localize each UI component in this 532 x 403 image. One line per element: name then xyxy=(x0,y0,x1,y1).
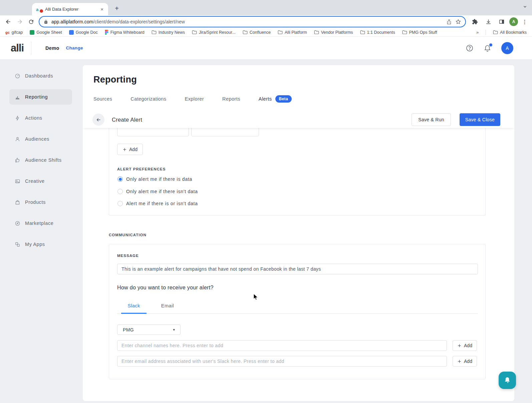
bookmark-item[interactable]: gc gifcap xyxy=(5,30,23,35)
forward-icon[interactable] xyxy=(14,16,25,27)
tab-alerts[interactable]: Alerts Beta xyxy=(259,95,292,103)
divider xyxy=(486,30,486,35)
lightning-icon xyxy=(15,115,20,121)
sidebar-item-actions[interactable]: Actions xyxy=(9,110,72,126)
sidebar-item-marketplace[interactable]: Marketplace xyxy=(9,216,72,231)
side-panel-icon[interactable] xyxy=(496,16,507,27)
slack-workspace-select[interactable]: PMG ▼ xyxy=(117,324,181,335)
thumbs-up-icon xyxy=(15,157,20,163)
radio-option-only-if-data[interactable]: Only alert me if there is data xyxy=(117,176,192,182)
sidebar-item-my-apps[interactable]: My Apps xyxy=(9,237,72,252)
bookmark-item[interactable]: Jira/Sprint Resour... xyxy=(192,30,236,35)
save-and-run-button[interactable]: Save & Run xyxy=(412,113,451,126)
bookmark-item[interactable]: Alli Platform xyxy=(278,30,307,35)
alli-logo[interactable]: alli xyxy=(11,42,24,54)
radio-unselected-icon[interactable] xyxy=(117,189,123,194)
bookmark-item[interactable]: Google Doc xyxy=(69,30,98,35)
bookmark-item[interactable]: Industry News xyxy=(152,30,185,35)
create-alert-subheader: Create Alert Save & Run Save & Close xyxy=(83,111,514,128)
bookmark-star-icon[interactable] xyxy=(455,19,461,25)
app-header: alli Demo Change A xyxy=(0,37,532,59)
divider xyxy=(31,41,31,55)
chat-widget-button[interactable] xyxy=(499,372,516,389)
communication-heading: COMMUNICATION xyxy=(109,233,147,237)
url-text: app.alliplatform.com/client/demo/data-ex… xyxy=(51,19,443,24)
beta-badge: Beta xyxy=(275,95,292,103)
change-client-link[interactable]: Change xyxy=(66,45,83,50)
tab-slack[interactable]: Slack xyxy=(121,300,147,313)
add-email-button[interactable]: Add xyxy=(453,356,477,367)
figma-icon xyxy=(105,30,108,35)
all-bookmarks[interactable]: All Bookmarks xyxy=(493,30,527,35)
radio-option-either[interactable]: Alert me if there is or isn't data xyxy=(117,201,198,206)
bookmark-item[interactable]: Confluence xyxy=(243,30,271,35)
sidebar-item-reporting[interactable]: Reporting xyxy=(9,89,72,105)
radio-unselected-icon[interactable] xyxy=(117,201,123,206)
message-input[interactable] xyxy=(117,264,478,274)
extensions-icon[interactable] xyxy=(469,16,481,27)
folder-icon xyxy=(314,30,319,34)
bookmarks-bar: gc gifcap Google Sheet Google Doc Figma … xyxy=(0,28,532,37)
condition-field-partial[interactable] xyxy=(117,128,189,136)
browser-profile-avatar[interactable]: A xyxy=(509,17,518,26)
new-tab-button[interactable]: + xyxy=(112,4,121,13)
compass-icon xyxy=(15,221,20,226)
shopping-bag-icon xyxy=(15,199,20,205)
gifcap-icon: gc xyxy=(5,30,10,34)
notifications-bell-icon[interactable] xyxy=(484,44,491,52)
sidebar-item-audiences[interactable]: Audiences xyxy=(9,131,72,147)
share-icon[interactable] xyxy=(446,19,452,25)
reporting-header: Reporting Sources Categorizations Explor… xyxy=(83,65,514,128)
bookmark-item[interactable]: 1:1 Documents xyxy=(360,30,395,35)
reload-icon[interactable] xyxy=(25,16,37,27)
radio-selected-icon[interactable] xyxy=(117,176,123,182)
browser-menu-icon[interactable]: ⋮ xyxy=(520,19,529,25)
page-title: Reporting xyxy=(93,75,137,85)
channel-names-input[interactable] xyxy=(117,340,447,351)
lock-icon xyxy=(44,20,48,24)
bookmark-item[interactable]: PMG Ops Stuff xyxy=(402,30,437,35)
sidebar-item-products[interactable]: Products xyxy=(9,194,72,210)
slack-email-input[interactable] xyxy=(117,356,447,367)
image-icon xyxy=(15,178,20,184)
bookmark-item[interactable]: Google Sheet xyxy=(30,30,62,35)
tab-title: Alli Data Explorer xyxy=(45,7,96,12)
bookmark-item[interactable]: Figma Whiteboard xyxy=(105,30,145,35)
url-bar[interactable]: app.alliplatform.com/client/demo/data-ex… xyxy=(39,16,466,27)
browser-tab[interactable]: a Alli Data Explorer × xyxy=(32,3,108,15)
tab-sources[interactable]: Sources xyxy=(93,96,112,102)
radio-option-only-if-no-data[interactable]: Only alert me if there isn't data xyxy=(117,189,198,194)
browser-tab-strip: a Alli Data Explorer × + xyxy=(0,0,532,15)
tab-explorer[interactable]: Explorer xyxy=(185,96,204,102)
tab-categorizations[interactable]: Categorizations xyxy=(130,96,166,102)
bookmark-item[interactable]: Vendor Platforms xyxy=(314,30,353,35)
tab-email[interactable]: Email xyxy=(156,300,179,313)
tab-reports[interactable]: Reports xyxy=(222,96,240,102)
plus-icon xyxy=(122,147,127,152)
sidebar-item-creative[interactable]: Creative xyxy=(9,173,72,189)
add-channel-button[interactable]: Add xyxy=(453,340,477,351)
person-icon xyxy=(15,136,20,142)
message-label: MESSAGE xyxy=(117,254,139,258)
folder-icon xyxy=(192,30,197,34)
back-icon[interactable] xyxy=(3,16,14,27)
sidebar-item-dashboards[interactable]: Dashboards xyxy=(9,68,72,84)
condition-field-partial[interactable] xyxy=(191,128,259,136)
back-button[interactable] xyxy=(92,114,104,126)
receive-question: How do you want to receive your alert? xyxy=(117,285,214,291)
google-sheet-icon xyxy=(30,30,34,35)
folder-icon xyxy=(402,30,407,34)
tab-search-chevron-icon[interactable] xyxy=(523,4,527,9)
add-condition-button[interactable]: Add xyxy=(117,144,143,155)
user-avatar[interactable]: A xyxy=(501,42,513,54)
alert-conditions-card: Add ALERT PREFERENCES Only alert me if t… xyxy=(109,128,486,216)
bell-icon xyxy=(503,376,511,384)
close-tab-icon[interactable]: × xyxy=(99,6,105,12)
communication-card: MESSAGE How do you want to receive your … xyxy=(109,244,486,379)
bookmarks-overflow-icon[interactable]: » xyxy=(476,30,479,35)
help-icon[interactable] xyxy=(466,44,474,52)
save-and-close-button[interactable]: Save & Close xyxy=(460,113,500,126)
folder-icon xyxy=(360,30,365,34)
downloads-icon[interactable] xyxy=(483,16,494,27)
sidebar-item-audience-shifts[interactable]: Audience Shifts xyxy=(9,152,72,168)
